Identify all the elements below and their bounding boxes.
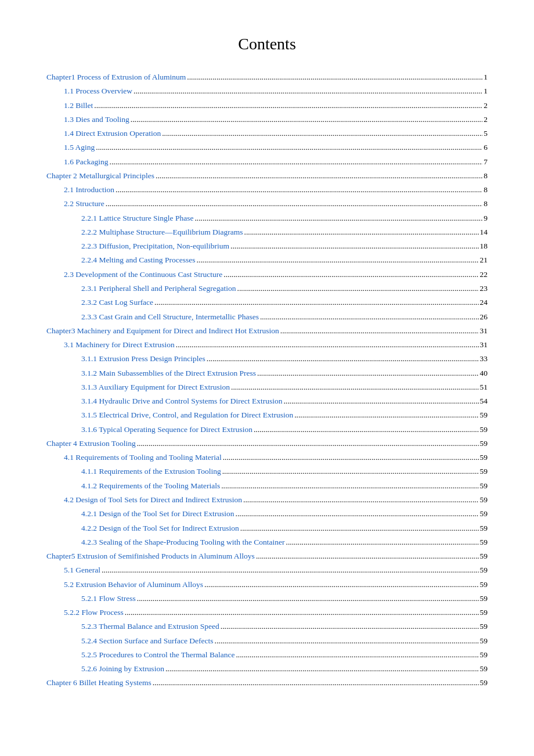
toc-item-label[interactable]: 3.1.5 Electrical Drive, Control, and Reg… bbox=[81, 409, 293, 422]
toc-dots bbox=[223, 451, 479, 465]
toc-link[interactable]: Chapter3 Machinery and Equipment for Dir… bbox=[46, 326, 279, 335]
toc-link[interactable]: 1.1 Process Overview bbox=[64, 87, 132, 95]
toc-link[interactable]: 3.1.6 Typical Operating Sequence for Dir… bbox=[81, 425, 252, 434]
toc-item-label[interactable]: 5.2.2 Flow Process bbox=[64, 606, 124, 619]
toc-item-label[interactable]: Chapter5 Extrusion of Semifinished Produ… bbox=[46, 550, 255, 563]
toc-link[interactable]: 3.1.2 Main Subassemblies of the Direct E… bbox=[81, 369, 256, 377]
toc-item-label[interactable]: 5.2.6 Joining by Extrusion bbox=[81, 663, 164, 675]
toc-item-label[interactable]: 4.1.1 Requirements of the Extrusion Tool… bbox=[81, 465, 221, 478]
toc-link[interactable]: Chapter5 Extrusion of Semifinished Produ… bbox=[46, 552, 255, 560]
toc-link[interactable]: Chapter 4 Extrusion Tooling bbox=[46, 439, 136, 448]
toc-item-label[interactable]: 3.1.4 Hydraulic Drive and Control System… bbox=[81, 395, 282, 408]
toc-link[interactable]: 2.2.3 Diffusion, Precipitation, Non-equi… bbox=[81, 242, 229, 250]
toc-item-label[interactable]: 1.3 Dies and Tooling bbox=[64, 113, 129, 126]
toc-item-label[interactable]: 2.3.2 Cast Log Surface bbox=[81, 296, 153, 309]
toc-item-label[interactable]: 2.2.1 Lattice Structure Single Phase bbox=[81, 212, 193, 225]
toc-link[interactable]: 4.1 Requirements of Tooling and Tooling … bbox=[64, 453, 222, 462]
toc-link[interactable]: 4.1.1 Requirements of the Extrusion Tool… bbox=[81, 467, 221, 476]
toc-link[interactable]: 1.2 Billet bbox=[64, 101, 93, 110]
toc-item-label[interactable]: 5.2.3 Thermal Balance and Extrusion Spee… bbox=[81, 620, 219, 633]
toc-link[interactable]: 3.1.1 Extrusion Press Design Principles bbox=[81, 354, 205, 363]
toc-link[interactable]: 5.2.1 Flow Stress bbox=[81, 594, 136, 603]
toc-dots bbox=[294, 409, 478, 422]
toc-link[interactable]: 2.2.4 Melting and Casting Processes bbox=[81, 255, 195, 264]
toc-item-label[interactable]: 1.6 Packaging bbox=[64, 156, 109, 168]
toc-page-number: 1 bbox=[484, 71, 488, 84]
toc-item-label[interactable]: 2.3 Development of the Continuous Cast S… bbox=[64, 268, 222, 281]
toc-item-label[interactable]: 5.2.1 Flow Stress bbox=[81, 592, 136, 605]
toc-item-label[interactable]: Chapter 2 Metallurgical Principles bbox=[46, 170, 154, 182]
toc-entry: 2.2.4 Melting and Casting Processes21 bbox=[46, 254, 488, 267]
toc-page-number: 33 bbox=[480, 352, 488, 365]
toc-item-label[interactable]: 2.3.3 Cast Grain and Cell Structure, Int… bbox=[81, 311, 259, 323]
toc-link[interactable]: 2.2 Structure bbox=[64, 199, 104, 208]
toc-item-label[interactable]: 4.2.2 Design of the Tool Set for Indirec… bbox=[81, 522, 239, 535]
toc-link[interactable]: 2.1 Introduction bbox=[64, 185, 114, 194]
toc-link[interactable]: 1.5 Aging bbox=[64, 143, 95, 152]
toc-item-label[interactable]: 1.2 Billet bbox=[64, 99, 93, 112]
toc-link[interactable]: 4.1.2 Requirements of the Tooling Materi… bbox=[81, 481, 220, 490]
toc-item-label[interactable]: Chapter1 Process of Extrusion of Aluminu… bbox=[46, 71, 186, 84]
toc-item-label[interactable]: 4.2 Design of Tool Sets for Direct and I… bbox=[64, 494, 242, 506]
toc-item-label[interactable]: 2.2.4 Melting and Casting Processes bbox=[81, 254, 195, 267]
toc-item-label[interactable]: 2.3.1 Peripheral Shell and Peripheral Se… bbox=[81, 282, 236, 295]
toc-item-label[interactable]: 5.2 Extrusion Behavior of Aluminum Alloy… bbox=[64, 578, 203, 591]
toc-link[interactable]: 5.2.3 Thermal Balance and Extrusion Spee… bbox=[81, 622, 219, 631]
toc-item-label[interactable]: 4.2.1 Design of the Tool Set for Direct … bbox=[81, 507, 234, 520]
toc-item-label[interactable]: 5.1 General bbox=[64, 564, 100, 577]
toc-link[interactable]: 2.2.2 Multiphase Structure—Equilibrium D… bbox=[81, 228, 243, 236]
toc-link[interactable]: 1.6 Packaging bbox=[64, 157, 109, 166]
toc-item-label[interactable]: Chapter 6 Billet Heating Systems bbox=[46, 676, 151, 689]
toc-item-label[interactable]: 2.2.2 Multiphase Structure—Equilibrium D… bbox=[81, 226, 243, 239]
toc-page-number: 59 bbox=[480, 465, 488, 478]
toc-link[interactable]: 5.1 General bbox=[64, 566, 100, 574]
toc-link[interactable]: 3.1.5 Electrical Drive, Control, and Reg… bbox=[81, 411, 293, 419]
toc-link[interactable]: 2.3 Development of the Continuous Cast S… bbox=[64, 270, 222, 279]
toc-link[interactable]: 1.3 Dies and Tooling bbox=[64, 115, 129, 124]
toc-link[interactable]: 4.2 Design of Tool Sets for Direct and I… bbox=[64, 495, 242, 504]
toc-link[interactable]: 5.2.6 Joining by Extrusion bbox=[81, 664, 164, 673]
toc-link[interactable]: 4.2.2 Design of the Tool Set for Indirec… bbox=[81, 524, 239, 532]
toc-entry: 2.3.2 Cast Log Surface24 bbox=[46, 296, 488, 309]
toc-item-label[interactable]: 5.2.4 Section Surface and Surface Defect… bbox=[81, 635, 214, 647]
toc-link[interactable]: 2.2.1 Lattice Structure Single Phase bbox=[81, 214, 193, 222]
toc-link[interactable]: 3.1.3 Auxiliary Equipment for Direct Ext… bbox=[81, 383, 230, 391]
toc-item-label[interactable]: 4.1 Requirements of Tooling and Tooling … bbox=[64, 451, 222, 464]
page-title: Contents bbox=[46, 35, 488, 53]
toc-item-label[interactable]: 1.5 Aging bbox=[64, 141, 95, 154]
toc-link[interactable]: Chapter 2 Metallurgical Principles bbox=[46, 171, 154, 180]
toc-item-label[interactable]: Chapter 4 Extrusion Tooling bbox=[46, 437, 136, 450]
toc-page-number: 59 bbox=[480, 423, 488, 436]
toc-item-label[interactable]: 3.1 Machinery for Direct Extrusion bbox=[64, 339, 175, 351]
toc-link[interactable]: 1.4 Direct Extrusion Operation bbox=[64, 129, 161, 138]
toc-link[interactable]: 5.2.4 Section Surface and Surface Defect… bbox=[81, 636, 214, 645]
toc-item-label[interactable]: Chapter3 Machinery and Equipment for Dir… bbox=[46, 325, 279, 337]
toc-link[interactable]: 2.3.3 Cast Grain and Cell Structure, Int… bbox=[81, 312, 259, 321]
toc-item-label[interactable]: 2.1 Introduction bbox=[64, 183, 114, 196]
toc-link[interactable]: 2.3.1 Peripheral Shell and Peripheral Se… bbox=[81, 284, 236, 293]
toc-link[interactable]: 5.2 Extrusion Behavior of Aluminum Alloy… bbox=[64, 580, 203, 589]
toc-link[interactable]: 5.2.2 Flow Process bbox=[64, 608, 124, 617]
toc-link[interactable]: Chapter 6 Billet Heating Systems bbox=[46, 678, 151, 687]
toc-link[interactable]: 4.2.3 Sealing of the Shape-Producing Too… bbox=[81, 538, 285, 546]
toc-item-label[interactable]: 5.2.5 Procedures to Control the Thermal … bbox=[81, 649, 234, 661]
toc-item-label[interactable]: 3.1.2 Main Subassemblies of the Direct E… bbox=[81, 367, 256, 380]
toc-link[interactable]: 3.1.4 Hydraulic Drive and Control System… bbox=[81, 397, 282, 405]
toc-link[interactable]: 4.2.1 Design of the Tool Set for Direct … bbox=[81, 509, 234, 518]
toc-item-label[interactable]: 2.2.3 Diffusion, Precipitation, Non-equi… bbox=[81, 240, 229, 253]
toc-item-label[interactable]: 3.1.1 Extrusion Press Design Principles bbox=[81, 352, 205, 365]
toc-link[interactable]: 2.3.2 Cast Log Surface bbox=[81, 298, 153, 307]
toc-item-label[interactable]: 1.4 Direct Extrusion Operation bbox=[64, 127, 161, 140]
toc-dots bbox=[165, 663, 479, 676]
toc-item-label[interactable]: 2.2 Structure bbox=[64, 197, 104, 210]
toc-page-number: 6 bbox=[484, 141, 488, 154]
toc-dots bbox=[221, 620, 479, 633]
toc-item-label[interactable]: 1.1 Process Overview bbox=[64, 85, 132, 98]
toc-link[interactable]: 3.1 Machinery for Direct Extrusion bbox=[64, 340, 175, 349]
toc-item-label[interactable]: 3.1.6 Typical Operating Sequence for Dir… bbox=[81, 423, 252, 436]
toc-item-label[interactable]: 4.2.3 Sealing of the Shape-Producing Too… bbox=[81, 536, 285, 549]
toc-link[interactable]: 5.2.5 Procedures to Control the Thermal … bbox=[81, 650, 234, 659]
toc-item-label[interactable]: 3.1.3 Auxiliary Equipment for Direct Ext… bbox=[81, 381, 230, 394]
toc-item-label[interactable]: 4.1.2 Requirements of the Tooling Materi… bbox=[81, 480, 220, 492]
toc-link[interactable]: Chapter1 Process of Extrusion of Aluminu… bbox=[46, 73, 186, 81]
